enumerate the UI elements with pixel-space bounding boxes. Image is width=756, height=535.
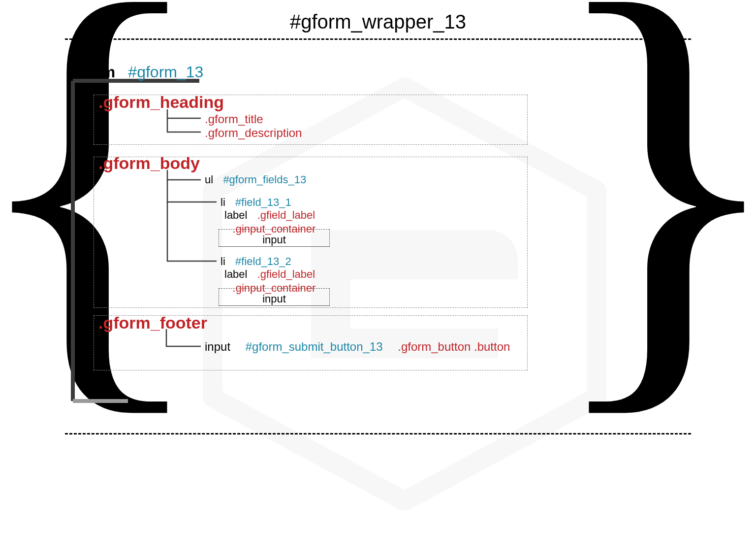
heading-child-description: .gform_description xyxy=(205,126,302,140)
diagram-canvas: #gform_wrapper_13 { } form #gform_13 .gf… xyxy=(0,0,756,535)
field-1-container: .ginput_container input xyxy=(219,217,330,260)
ul-id: #gform_fields_13 xyxy=(223,173,306,186)
container-class-2: .ginput_container xyxy=(231,282,318,295)
footer-submit-id: #gform_submit_button_13 xyxy=(246,340,383,353)
li-tag-1: li xyxy=(220,196,225,208)
heading-child-title: .gform_title xyxy=(205,112,263,126)
wrapper-id-title: #gform_wrapper_13 xyxy=(0,11,756,33)
footer-submit-line: input #gform_submit_button_13 .gform_but… xyxy=(205,340,522,354)
field-1-li: li #field_13_1 xyxy=(220,196,291,209)
container-class-1: .ginput_container xyxy=(231,223,318,235)
field-2-container: .ginput_container input xyxy=(219,276,330,319)
form-tag: form xyxy=(80,63,115,81)
li-id-1: #field_13_1 xyxy=(235,196,291,208)
footer-input-tag: input xyxy=(205,340,230,353)
form-line: form #gform_13 xyxy=(80,63,203,81)
field-2-li: li #field_13_2 xyxy=(220,255,291,268)
footer-submit-classes: .gform_button .button xyxy=(398,340,510,353)
li-id-2: #field_13_2 xyxy=(235,255,291,268)
li-tag-2: li xyxy=(220,255,225,268)
body-class: .gform_body xyxy=(98,154,200,173)
footer-class: .gform_footer xyxy=(98,313,207,333)
ul-tag: ul xyxy=(205,173,213,186)
body-ul-line: ul #gform_fields_13 xyxy=(205,173,306,186)
form-id: #gform_13 xyxy=(128,63,203,81)
heading-class: .gform_heading xyxy=(98,93,224,112)
